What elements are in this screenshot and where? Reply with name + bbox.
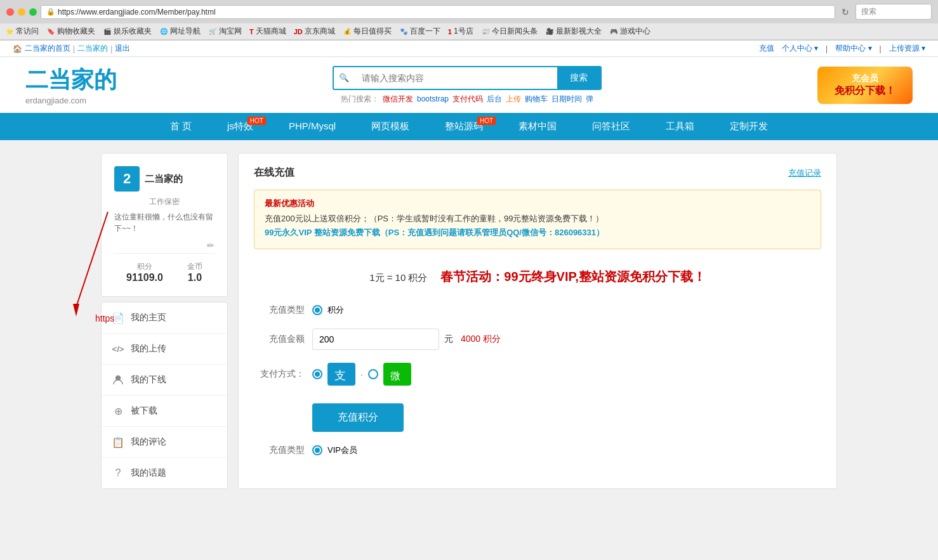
bookmark-jd[interactable]: JD 京东商城: [294, 26, 335, 37]
hot-item-admin[interactable]: 后台: [487, 94, 502, 105]
content-header: 在线充值 充值记录: [254, 166, 821, 179]
bookmark-shopping[interactable]: 🔖 购物收藏夹: [46, 26, 95, 37]
bookmark-ent[interactable]: 🎬 娱乐收藏夹: [103, 26, 152, 37]
activity-text: 春节活动：99元终身VIP,整站资源免积分下载！: [440, 270, 705, 283]
menu-item-homepage[interactable]: 📄 我的主页: [102, 303, 227, 334]
close-btn[interactable]: [6, 8, 14, 16]
submit-recharge-btn[interactable]: 充值积分: [312, 403, 404, 432]
bookmark-changfangwen[interactable]: ⭐ 常访问: [5, 26, 39, 37]
radio-points-label: 积分: [327, 304, 344, 316]
form-row-submit: 充值积分: [254, 398, 821, 432]
pay-dot: ·: [360, 370, 363, 379]
radio-vip[interactable]: [312, 445, 322, 455]
help-center-link[interactable]: 帮助中心 ▾: [835, 43, 871, 54]
bookmark-taobao[interactable]: 🛒 淘宝网: [208, 26, 242, 37]
hot-item-popup[interactable]: 弹: [586, 94, 593, 105]
hot-item-date[interactable]: 日期时间: [552, 94, 582, 105]
nav-php[interactable]: PHP/Mysql: [271, 113, 353, 140]
radio-alipay[interactable]: [312, 369, 322, 379]
nav-source[interactable]: 整站源码 HOT: [427, 113, 501, 140]
search-button[interactable]: 搜索: [557, 67, 600, 89]
radio-points[interactable]: [312, 305, 322, 315]
sidebar: 2 二当家的 工作保密 这位童鞋很懒，什么也没有留下~~！ ✏ 积分 91109…: [101, 153, 228, 489]
nav-tools[interactable]: 工具箱: [648, 113, 712, 140]
bookmark-icon: 🎮: [609, 27, 618, 36]
wechat-icon[interactable]: 微: [383, 363, 411, 386]
nav-material[interactable]: 素材中国: [501, 113, 574, 140]
menu-item-comments[interactable]: 📋 我的评论: [102, 427, 227, 458]
address-bar[interactable]: 🔒 https://www.erdangjiade.com/Member/pay…: [41, 5, 835, 19]
bookmark-icon: 🐾: [399, 27, 408, 36]
form-points-section: 充值类型 积分 充值金额 元 4000 积分: [254, 304, 821, 456]
menu-label-downline: 我的下线: [131, 374, 166, 386]
menu-item-upload[interactable]: </> 我的上传: [102, 334, 227, 365]
bookmark-icon: JD: [294, 28, 303, 36]
logo-area: 二当家的 erdangjiade.com: [25, 65, 117, 105]
logout-link[interactable]: 退出: [115, 43, 130, 54]
help-center-label: 帮助中心: [835, 44, 866, 53]
bookmark-nav[interactable]: 🌐 网址导航: [159, 26, 201, 37]
hot-search: 热门搜索： 微信开发 bootstrap 支付代码 后台 上传 购物车 日期时间…: [341, 94, 593, 105]
radio-wechat[interactable]: [368, 369, 378, 379]
form-row-payment: 支付方式： 支 · 微: [254, 363, 821, 386]
homepage-icon: 📄: [112, 311, 124, 324]
bookmark-baidu[interactable]: 🐾 百度一下: [399, 26, 440, 37]
menu-label-downloaded: 被下载: [131, 405, 157, 417]
user-avatar: 2: [114, 166, 140, 192]
breadcrumb-current: 二当家的: [77, 43, 108, 54]
form-row-type: 充值类型 积分: [254, 304, 821, 316]
bookmark-toutiao[interactable]: 📰 今日新闻头条: [481, 26, 538, 37]
topbar-divider: |: [826, 44, 828, 53]
bookmark-daily[interactable]: 💰 每日值得买: [343, 26, 392, 37]
search-input[interactable]: [354, 67, 557, 89]
hot-item-pay[interactable]: 支付代码: [452, 94, 483, 105]
menu-item-topics[interactable]: ? 我的话题: [102, 458, 227, 488]
browser-search-input[interactable]: 搜索: [855, 4, 932, 20]
bookmark-icon: 🛒: [208, 27, 217, 36]
nav-home[interactable]: 首 页: [152, 113, 209, 140]
lock-icon: 🔒: [46, 8, 55, 16]
refresh-btn[interactable]: ↻: [839, 6, 852, 18]
hot-item-bootstrap[interactable]: bootstrap: [417, 94, 449, 103]
bookmark-1hao[interactable]: 1 1号店: [448, 26, 473, 37]
nav-custom[interactable]: 定制开发: [712, 113, 786, 140]
content-area: 在线充值 充值记录 最新优惠活动 充值200元以上送双倍积分；（PS：学生或暂时…: [238, 153, 837, 489]
bookmark-game[interactable]: 🎮 游戏中心: [609, 26, 651, 37]
user-desc: 这位童鞋很懒，什么也没有留下~~！: [114, 211, 215, 234]
user-card: 2 二当家的 工作保密 这位童鞋很懒，什么也没有留下~~！ ✏ 积分 91109…: [101, 153, 228, 297]
bookmark-label: 最新影视大全: [556, 26, 602, 37]
minimize-btn[interactable]: [18, 8, 25, 16]
edit-icon[interactable]: ✏: [114, 240, 215, 251]
downloaded-icon: ⊕: [112, 405, 124, 417]
topics-icon: ?: [112, 467, 124, 479]
nav-js[interactable]: js特效 HOT: [209, 113, 271, 140]
personal-center-link[interactable]: 个人中心 ▾: [782, 43, 818, 54]
stat-coins-label: 金币: [187, 261, 202, 272]
bookmark-icon: 1: [448, 28, 452, 36]
alipay-icon[interactable]: 支: [327, 363, 355, 386]
hot-item-cart[interactable]: 购物车: [525, 94, 548, 105]
recharge-history-link[interactable]: 充值记录: [788, 167, 821, 179]
svg-text:微: 微: [390, 370, 400, 381]
bookmark-tmall[interactable]: T 天猫商城: [249, 26, 286, 37]
recharge-link[interactable]: 充值: [759, 43, 774, 54]
search-box: 🔍 搜索: [333, 66, 602, 90]
content-title: 在线充值: [254, 166, 294, 179]
maximize-btn[interactable]: [29, 8, 37, 16]
menu-item-downloaded[interactable]: ⊕ 被下载: [102, 396, 227, 427]
promo-banner: 充会员 免积分下载！: [817, 67, 913, 104]
nav-template[interactable]: 网页模板: [353, 113, 427, 140]
upload-link[interactable]: 上传资源 ▾: [889, 43, 925, 54]
main-wrapper: 2 二当家的 工作保密 这位童鞋很懒，什么也没有留下~~！ ✏ 积分 91109…: [88, 153, 850, 489]
hot-item-upload[interactable]: 上传: [506, 94, 521, 105]
hot-item-weixin[interactable]: 微信开发: [383, 94, 413, 105]
logo-text[interactable]: 二当家的: [25, 65, 117, 96]
bookmark-icon: 💰: [343, 27, 352, 36]
amount-input[interactable]: [312, 329, 439, 350]
bookmark-video[interactable]: 🎥 最新影视大全: [545, 26, 602, 37]
breadcrumb-home[interactable]: 二当家的首页: [25, 43, 70, 54]
menu-item-downline[interactable]: 我的下线: [102, 365, 227, 396]
bookmark-icon: 🎥: [545, 27, 554, 36]
nav-qa[interactable]: 问答社区: [574, 113, 648, 140]
bookmark-icon: 🎬: [103, 27, 112, 36]
